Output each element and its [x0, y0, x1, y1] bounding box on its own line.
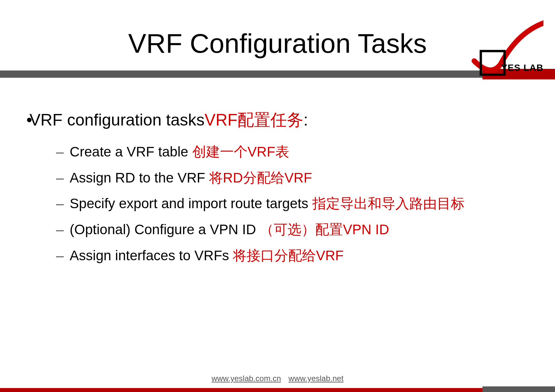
dash-marker: – — [56, 248, 64, 264]
footer-gray-bar — [482, 386, 555, 392]
sub-red: （可选）配置VPN ID — [260, 222, 389, 237]
sub-red: 创建一个VRF表 — [192, 144, 289, 159]
content-area: •VRF configuration tasksVRF配置任务: – Creat… — [0, 79, 555, 265]
sub-red: 将RD分配给VRF — [209, 170, 312, 185]
sub-english: Assign interfaces to VRFs — [70, 248, 233, 263]
dash-marker: – — [56, 222, 64, 238]
list-item-text: Assign interfaces to VRFs 将接口分配给VRF — [70, 246, 344, 265]
slide-container: YES LAB VRF Configuration Tasks •VRF con… — [0, 0, 555, 392]
footer: www.yeslab.com.cn www.yeslab.net — [0, 374, 555, 392]
dash-marker: – — [56, 170, 64, 186]
dash-marker: – — [56, 144, 64, 160]
list-item: – Assign RD to the VRF 将RD分配给VRF — [56, 169, 529, 187]
main-bullet-colon: : — [303, 111, 308, 129]
dash-marker: – — [56, 196, 64, 211]
list-item: – Assign interfaces to VRFs 将接口分配给VRF — [56, 246, 529, 265]
sub-english: Specify export and import route targets — [70, 196, 312, 211]
main-bullet: •VRF configuration tasksVRF配置任务: — [26, 109, 529, 131]
footer-link-1[interactable]: www.yeslab.com.cn — [211, 374, 281, 383]
sub-english: Create a VRF table — [70, 144, 192, 159]
footer-divider — [0, 386, 555, 392]
main-bullet-english: VRF configuration tasks — [30, 111, 205, 129]
list-item-text: (Optional) Configure a VPN ID （可选）配置VPN … — [70, 220, 389, 239]
list-item: – (Optional) Configure a VPN ID （可选）配置VP… — [56, 220, 529, 239]
logo-area: YES LAB — [451, 18, 543, 76]
sub-red: 将接口分配给VRF — [233, 248, 344, 263]
sub-bullet-list: – Create a VRF table 创建一个VRF表 – Assign R… — [26, 143, 529, 265]
footer-link-2[interactable]: www.yeslab.net — [289, 374, 344, 383]
main-bullet-red: VRF配置任务 — [204, 111, 303, 129]
list-item: – Create a VRF table 创建一个VRF表 — [56, 143, 529, 161]
footer-links: www.yeslab.com.cn www.yeslab.net — [0, 374, 555, 386]
footer-red-bar — [0, 388, 482, 392]
list-item-text: Create a VRF table 创建一个VRF表 — [70, 143, 289, 161]
divider-gray-bar — [0, 70, 482, 78]
list-item-text: Specify export and import route targets … — [70, 194, 464, 213]
list-item-text: Assign RD to the VRF 将RD分配给VRF — [70, 169, 312, 187]
sub-english: (Optional) Configure a VPN ID — [70, 222, 260, 237]
sub-red: 指定导出和导入路由目标 — [312, 196, 465, 211]
sub-english: Assign RD to the VRF — [70, 170, 209, 185]
list-item: – Specify export and import route target… — [56, 194, 529, 213]
logo-text: YES LAB — [501, 63, 543, 73]
